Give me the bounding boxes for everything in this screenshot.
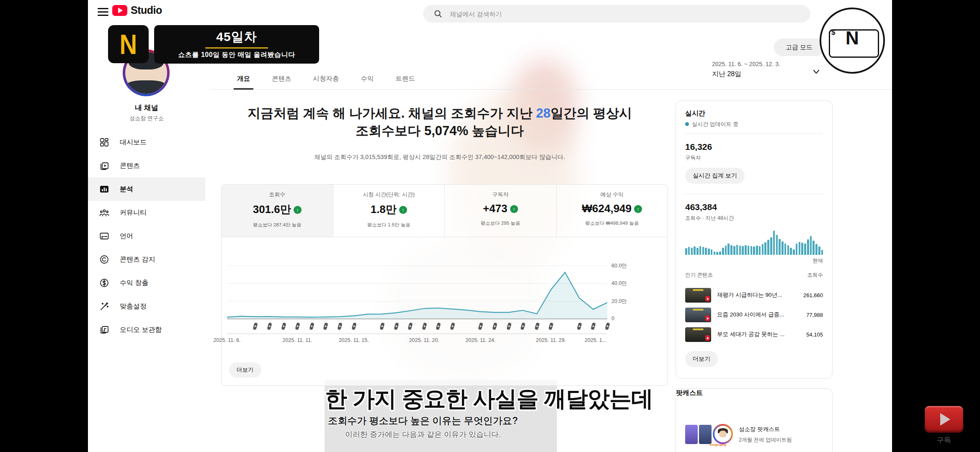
audio-library-icon (99, 324, 110, 335)
date-range: 2025. 11. 6. ~ 2025. 12. 3. (712, 61, 780, 67)
play-icon (940, 413, 950, 426)
popular-content-row[interactable]: 부모 세대가 공감 못하는 ... 54,105 (685, 326, 823, 343)
realtime-card: 실시간 실시간 업데이트 중 16,326 구독자 실시간 집계 보기 463,… (676, 100, 833, 379)
tab-trends[interactable]: 트렌드 (385, 70, 426, 90)
shorts-upload-icon (281, 322, 287, 333)
shorts-upload-icon (477, 322, 484, 333)
y-axis-tick: 0 (611, 316, 614, 321)
menu-hamburger-icon[interactable] (98, 6, 108, 18)
up-arrow-icon: ↑ (510, 205, 518, 213)
analytics-tabs: 개요 콘텐츠 시청자층 수익 트렌드 (226, 70, 426, 90)
sidebar-item-label: 콘텐츠 감지 (120, 255, 155, 264)
sidebar-item-copyright[interactable]: 콘텐츠 감지 (88, 248, 205, 271)
sidebar-item-subtitles[interactable]: 언어 (88, 224, 205, 248)
sidebar-item-label: 맞춤설정 (120, 302, 147, 311)
youtube-play-icon (112, 5, 127, 16)
live-dot-icon (685, 122, 689, 126)
dashboard-icon (99, 137, 110, 148)
views-line-chart[interactable] (227, 251, 607, 319)
sidebar-item-label: 오디오 보관함 (120, 326, 162, 334)
realtime-views-sparkline[interactable] (685, 231, 823, 255)
sidebar-item-monetization[interactable]: 수익 창출 (88, 271, 205, 295)
shorts-badge-icon (705, 296, 710, 301)
video-caption-sub: 이러한 증가에는 다음과 같은 이유가 있습니다. (222, 429, 624, 439)
see-live-count-button[interactable]: 실시간 집계 보기 (685, 168, 745, 184)
netflix-style-badge: N (108, 25, 149, 63)
copyright-icon (99, 254, 110, 265)
shorts-upload-icon (393, 322, 400, 333)
sidebar-item-audio-library[interactable]: 오디오 보관함 (88, 318, 205, 342)
x-axis-tick: 2025. 11. 29. (536, 337, 566, 343)
banner-subtitle: 쇼츠를 100일 동안 매일 올려봤습니다 (154, 51, 319, 59)
shorts-upload-icon (492, 322, 498, 333)
divider (685, 194, 823, 194)
tab-overview[interactable]: 개요 (226, 70, 261, 90)
sidebar-item-analytics[interactable]: 분석 (88, 177, 205, 201)
subtitles-icon (99, 231, 110, 241)
shorts-upload-icon (576, 322, 583, 333)
popular-content-row[interactable]: 요즘 2030 사이에서 급증... 77,988 (685, 306, 823, 323)
x-axis-tick: 2025. 1... (585, 337, 606, 343)
shorts-upload-icon (266, 322, 273, 333)
sidebar-item-label: 콘텐츠 (120, 162, 140, 170)
tab-audience[interactable]: 시청자층 (302, 70, 350, 90)
y-axis-tick: 40.0만 (611, 280, 627, 287)
sidebar-item-dashboard[interactable]: 대시보드 (88, 131, 205, 154)
shorts-upload-icon (590, 322, 596, 333)
realtime-see-more-button[interactable]: 더보기 (685, 351, 718, 367)
x-axis-tick: 2025. 11. 11. (283, 337, 312, 343)
chevron-down-icon[interactable] (812, 67, 821, 76)
monetization-icon (99, 277, 110, 288)
shorts-upload-icon (506, 322, 512, 333)
search-input[interactable] (449, 10, 786, 18)
video-caption-main: 한 가지 중요한 사실을 깨달았는데 (264, 384, 714, 414)
shorts-upload-icon (534, 322, 540, 333)
youtube-studio-window: Studio 고급 모드 2025. 11. 6. ~ 2025. 12. 3.… (88, 0, 892, 452)
up-arrow-icon: ↑ (294, 206, 302, 214)
metric-revenue[interactable]: 예상 수익 ₩624,949↑ 평소보다 ₩498,949 높음 (557, 185, 668, 237)
shorts-upload-icon (379, 322, 385, 333)
chart-see-more-button[interactable]: 더보기 (229, 362, 261, 378)
metric-views[interactable]: 조회수 301.6만↑ 평소보다 287.4만 높음 (222, 185, 333, 237)
tab-revenue[interactable]: 수익 (350, 70, 385, 90)
x-axis-ticks: 2025. 11. 6.2025. 11. 11.2025. 11. 15.20… (227, 337, 607, 346)
advanced-mode-button[interactable]: 고급 모드 (774, 39, 824, 56)
up-arrow-icon: ↑ (634, 205, 642, 213)
channel-search-bar[interactable] (423, 5, 810, 23)
channel-name: 내 채널 (88, 103, 205, 113)
x-axis-tick: 2025. 11. 6. (213, 337, 240, 343)
sidebar-item-label: 분석 (120, 185, 133, 194)
metric-subscribers[interactable]: 구독자 +473↑ 평소보다 295 높음 (445, 185, 557, 237)
sidebar-item-community[interactable]: 커뮤니티 (88, 201, 205, 224)
shorts-upload-icon (520, 322, 526, 333)
channel-handle: 성소장 연구소 (88, 115, 205, 122)
shorts-upload-icon (322, 322, 329, 333)
community-icon (99, 207, 110, 218)
y-axis-tick: 60.0만 (611, 262, 627, 270)
shorts-upload-icon (351, 322, 357, 333)
banner-day-count: 45일차 (154, 28, 319, 46)
realtime-views-label: 조회수 · 지난 48시간 (685, 215, 823, 222)
metric-watch-time[interactable]: 시청 시간(단위: 시간) 1.8만↑ 평소보다 1.5만 높음 (333, 185, 445, 237)
sidebar-item-label: 수익 창출 (120, 279, 148, 288)
period-selector[interactable]: 지난 28일 (712, 70, 741, 79)
subscribe-label: 구독 (925, 435, 963, 445)
sidebar-item-content[interactable]: 콘텐츠 (88, 154, 205, 177)
day-counter-banner: 45일차 쇼츠를 100일 동안 매일 올려봤습니다 (154, 25, 319, 64)
realtime-subscribers-label: 구독자 (685, 154, 823, 162)
podcast-thumbnail[interactable]: Sungsojang (685, 424, 731, 446)
popular-content-row[interactable]: 재평가 시급하다는 90년... 261,660 (685, 287, 823, 303)
shorts-upload-icon (449, 322, 456, 333)
sidebar-nav: 대시보드 콘텐츠 분석 커뮤니티 언어 콘텐츠 감지 수익 창출 맞춤설정 (88, 131, 205, 342)
banner-underline (205, 47, 268, 49)
tab-content[interactable]: 콘텐츠 (261, 70, 302, 90)
podcast-name[interactable]: 성소장 팟캐스트 (739, 426, 780, 433)
sidebar-item-label: 언어 (120, 232, 133, 241)
y-axis-tick: 20.0만 (611, 298, 627, 305)
youtube-studio-logo[interactable]: Studio (112, 4, 162, 16)
podcast-cover (699, 425, 712, 444)
sidebar-item-customization[interactable]: 맞춤설정 (88, 295, 205, 318)
studio-logo-text: Studio (131, 4, 162, 16)
shorts-upload-icon (548, 322, 554, 333)
subscribe-play-button[interactable] (925, 406, 963, 433)
